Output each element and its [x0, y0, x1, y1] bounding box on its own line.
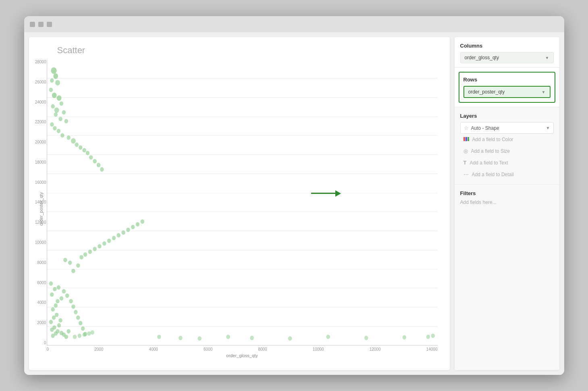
svg-rect-108	[465, 137, 467, 141]
svg-point-82	[102, 241, 106, 246]
y-tick-18000: 18000	[31, 160, 46, 164]
y-tick-28000: 28000	[31, 60, 46, 64]
svg-point-35	[56, 285, 60, 290]
svg-point-29	[54, 304, 57, 308]
svg-point-18	[56, 329, 59, 334]
auto-shape-row[interactable]: ☆ Auto - Shape ▼	[460, 122, 554, 134]
rows-dropdown[interactable]: order_poster_qty ▼	[463, 86, 551, 98]
title-bar	[24, 16, 564, 32]
svg-point-45	[51, 67, 56, 74]
svg-point-105	[87, 331, 91, 336]
window-btn-2[interactable]	[38, 22, 44, 27]
columns-dropdown[interactable]: order_gloss_qty ▼	[460, 52, 554, 63]
add-size-label: Add a field to Size	[471, 148, 510, 154]
svg-point-79	[88, 250, 91, 254]
svg-point-76	[63, 258, 67, 262]
chart-area: Scatter order_poster_qty 28000 26000 240…	[29, 37, 450, 370]
svg-point-73	[71, 269, 75, 273]
svg-point-98	[364, 336, 368, 340]
svg-point-88	[131, 225, 134, 229]
svg-point-27	[66, 329, 70, 334]
svg-point-46	[53, 73, 58, 79]
x-tick-8000: 8000	[258, 347, 267, 351]
add-text-row[interactable]: T Add a field to Text	[460, 157, 554, 168]
svg-point-65	[75, 143, 78, 147]
svg-point-81	[98, 244, 101, 248]
svg-point-89	[135, 222, 139, 227]
svg-point-66	[78, 145, 82, 150]
y-tick-26000: 26000	[31, 80, 46, 84]
filters-section: Filters Add fields here...	[455, 185, 559, 370]
svg-point-24	[54, 313, 58, 317]
color-icon	[463, 137, 469, 142]
x-tick-2000: 2000	[94, 347, 103, 351]
svg-point-96	[288, 336, 291, 341]
y-tick-12000: 12000	[31, 220, 46, 225]
window-btn-3[interactable]	[47, 22, 52, 27]
svg-point-56	[54, 112, 57, 117]
filters-placeholder: Add fields here...	[460, 200, 554, 205]
star-icon: ☆	[464, 125, 469, 131]
rows-field-value: order_poster_qty	[468, 89, 505, 95]
columns-dropdown-arrow: ▼	[545, 56, 549, 60]
detail-icon: ⋯	[463, 171, 469, 177]
svg-point-38	[69, 299, 73, 304]
svg-point-25	[58, 318, 62, 322]
svg-point-80	[93, 247, 96, 251]
svg-point-52	[59, 101, 63, 106]
svg-point-106	[90, 330, 94, 335]
add-detail-label: Add a field to Detail	[472, 172, 514, 177]
svg-point-34	[49, 281, 52, 286]
y-tick-24000: 24000	[31, 100, 46, 104]
svg-point-41	[76, 315, 80, 320]
svg-point-63	[66, 135, 70, 140]
add-size-row[interactable]: ◎ Add a field to Size	[460, 145, 554, 157]
chart-inner: order_poster_qty 28000 26000 24000 22000…	[37, 60, 438, 358]
svg-point-47	[50, 78, 54, 83]
svg-point-75	[68, 260, 71, 265]
svg-point-58	[64, 119, 68, 123]
svg-point-57	[58, 117, 62, 121]
svg-point-48	[55, 80, 60, 85]
svg-point-78	[83, 252, 87, 257]
layers-title: Layers	[460, 113, 554, 119]
filters-title: Filters	[460, 190, 554, 196]
svg-point-86	[121, 230, 125, 235]
svg-point-53	[51, 104, 54, 108]
add-color-label: Add a field to Color	[472, 137, 513, 142]
y-tick-6000: 6000	[31, 281, 46, 285]
svg-point-26	[64, 335, 68, 339]
svg-point-32	[50, 292, 54, 297]
auto-shape-dropdown-arrow: ▼	[546, 126, 550, 130]
svg-point-97	[326, 335, 330, 339]
green-arrow	[311, 190, 341, 197]
add-text-label: Add a field to Text	[470, 160, 508, 166]
svg-point-37	[65, 293, 69, 298]
add-color-row[interactable]: Add a field to Color	[460, 134, 554, 145]
chart-main: 28000 26000 24000 22000 20000 18000 1600…	[47, 60, 438, 358]
add-detail-row[interactable]: ⋯ Add a field to Detail	[460, 168, 554, 180]
x-tick-12000: 12000	[370, 347, 381, 351]
svg-point-87	[126, 228, 130, 232]
rows-inner: Rows order_poster_qty ▼	[459, 72, 555, 103]
svg-point-20	[57, 323, 60, 328]
svg-rect-107	[463, 137, 465, 141]
chart-title: Scatter	[57, 45, 438, 56]
window-btn-1[interactable]	[30, 22, 35, 27]
svg-point-49	[49, 87, 52, 92]
right-panel: Columns order_gloss_qty ▼ Rows order_pos…	[455, 37, 559, 370]
svg-point-64	[71, 138, 76, 144]
x-tick-10000: 10000	[313, 347, 324, 351]
y-tick-2000: 2000	[31, 320, 46, 325]
svg-point-50	[52, 93, 56, 98]
svg-point-40	[74, 310, 77, 314]
svg-point-30	[56, 299, 59, 304]
text-icon: T	[463, 160, 467, 166]
svg-point-67	[82, 148, 86, 152]
svg-point-90	[140, 219, 144, 224]
svg-point-68	[85, 151, 89, 155]
arrow-line	[311, 193, 335, 194]
svg-point-19	[49, 320, 52, 324]
svg-point-39	[71, 304, 75, 309]
x-tick-4000: 4000	[149, 347, 158, 351]
